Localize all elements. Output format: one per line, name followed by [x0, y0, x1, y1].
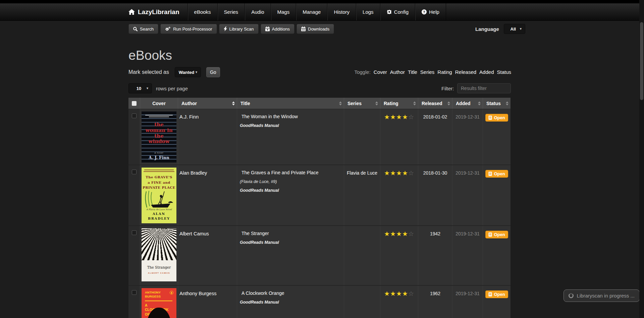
vertical-scrollbar[interactable]	[639, 0, 644, 318]
go-button[interactable]: Go	[206, 67, 220, 77]
toggle-released[interactable]: Released	[455, 69, 476, 75]
nav-item-config[interactable]: Config	[380, 3, 415, 20]
run-post-processor-button[interactable]: Run Post-Processor	[160, 24, 217, 34]
scrollbar-thumb[interactable]	[640, 22, 643, 100]
row-checkbox[interactable]	[132, 170, 137, 174]
chevron-down-icon: ▼	[519, 27, 522, 31]
toggle-author[interactable]: Author	[390, 69, 405, 75]
book-title-link[interactable]: A Clockwork Orange	[237, 290, 344, 296]
additions-button[interactable]: Additions	[261, 24, 294, 34]
author-link[interactable]: Anthony Burgess	[178, 291, 216, 296]
open-book-button[interactable]: Open	[485, 170, 508, 178]
toggle-added[interactable]: Added	[479, 69, 494, 75]
nav-item-history[interactable]: History	[327, 3, 356, 20]
author-link[interactable]: Alan Bradley	[178, 170, 207, 176]
row-checkbox[interactable]	[132, 113, 137, 118]
toast-message: Libraryscan in progress ...	[577, 293, 635, 299]
nav-label: Series	[224, 9, 238, 15]
nav-label: History	[334, 9, 350, 15]
author-link[interactable]: A.J. Finn	[178, 114, 199, 120]
cover-author-text: A. J. Finn	[142, 155, 176, 160]
book-title-link[interactable]: The Woman in the Window	[237, 114, 344, 119]
ebooks-table: Cover Author Title Series Rating Release…	[128, 98, 511, 318]
header-added[interactable]: Added	[452, 98, 483, 109]
series-link[interactable]: Flavia de Luce	[347, 170, 377, 176]
button-label: Library Scan	[229, 27, 254, 32]
book-cover-woman-in-the-window[interactable]: the woman in the window a novel A. J. Fi…	[142, 111, 176, 163]
toggle-series[interactable]: Series	[420, 69, 435, 75]
brand-lazylibrarian[interactable]: LazyLibrarian	[128, 3, 187, 20]
author-link[interactable]: Albert Camus	[178, 231, 209, 236]
row-checkbox[interactable]	[132, 230, 137, 235]
book-source: GoodReads Manual	[237, 188, 344, 193]
book-cover-graves-fine-private-place[interactable]: The GRAVE'S a FINE and PRIVATE PLACE A F…	[142, 168, 176, 223]
button-label: Run Post-Processor	[173, 27, 212, 32]
nav-label: Audio	[251, 9, 264, 15]
open-book-button[interactable]: Open	[485, 114, 508, 122]
library-scan-button[interactable]: Library Scan	[219, 24, 259, 34]
book-icon	[488, 116, 492, 120]
star-filled-icon: ★	[390, 170, 396, 177]
search-button[interactable]: Search	[128, 24, 158, 34]
row-checkbox[interactable]	[132, 290, 137, 295]
language-select[interactable]: All ▼	[504, 24, 525, 34]
downloads-button[interactable]: Downloads	[297, 24, 334, 34]
nav-item-mags[interactable]: Mags	[271, 3, 296, 20]
sort-icon	[506, 101, 508, 105]
header-rating[interactable]: Rating	[380, 98, 418, 109]
nav-item-logs[interactable]: Logs	[356, 3, 380, 20]
book-source: GoodReads Manual	[237, 123, 344, 128]
header-status[interactable]: Status	[483, 98, 511, 109]
open-book-button[interactable]: Open	[485, 231, 508, 238]
select-all-checkbox[interactable]	[132, 101, 137, 106]
nav-item-manage[interactable]: Manage	[296, 3, 327, 20]
sort-icon	[413, 101, 416, 105]
status-label: Open	[494, 292, 505, 297]
added-date: 2019-12-31	[455, 231, 480, 236]
mark-status-select[interactable]: Wanted ▼	[175, 67, 201, 77]
header-cover: Cover	[140, 98, 178, 109]
star-rating: ★★★★☆	[384, 113, 414, 121]
released-date: 2018-01-02	[423, 114, 447, 120]
calendar-icon	[301, 27, 306, 31]
header-author[interactable]: Author	[178, 98, 237, 109]
nav-item-audio[interactable]: Audio	[245, 3, 270, 20]
book-title-link[interactable]: The Stranger	[237, 231, 344, 236]
toggle-title[interactable]: Title	[408, 69, 417, 75]
nav-item-ebooks[interactable]: eBooks	[187, 3, 217, 20]
sort-icon	[339, 101, 342, 105]
sort-icon	[232, 101, 235, 105]
open-book-button[interactable]: Open	[485, 290, 508, 298]
gear-icon	[387, 9, 392, 14]
toggle-rating[interactable]: Rating	[437, 69, 452, 75]
rows-per-page-select[interactable]: 10 ▼	[128, 83, 152, 93]
sort-icon	[375, 101, 378, 105]
released-date: 2018-01-30	[423, 170, 447, 176]
book-series-note: (Flavia de Luce, #9)	[237, 179, 344, 184]
header-series[interactable]: Series	[344, 98, 380, 109]
header-released[interactable]: Released	[418, 98, 452, 109]
nav-item-series[interactable]: Series	[217, 3, 245, 20]
language-label: Language	[475, 26, 499, 32]
nav-label: Help	[429, 9, 439, 15]
star-filled-icon: ★	[390, 230, 396, 237]
chevron-down-icon: ▼	[146, 87, 149, 90]
book-cover-clockwork-orange[interactable]: ANTHONY BURGESS A CLOCKWORK ORANGE	[142, 288, 176, 318]
book-source: GoodReads Manual	[237, 300, 344, 305]
header-title[interactable]: Title	[237, 98, 344, 109]
button-label: Search	[140, 27, 154, 32]
calendar-plus-icon	[265, 27, 270, 31]
results-filter-input[interactable]	[457, 83, 511, 93]
book-icon	[488, 172, 492, 176]
book-title-link[interactable]: The Graves a Fine and Private Place	[237, 170, 344, 175]
star-filled-icon: ★	[384, 230, 390, 237]
toggle-status[interactable]: Status	[497, 69, 511, 75]
search-icon	[133, 27, 138, 31]
star-filled-icon: ★	[402, 230, 408, 237]
libraryscan-toast: Libraryscan in progress ...	[564, 289, 640, 302]
column-toggle-bar: Toggle: Cover Author Title Series Rating…	[354, 69, 511, 75]
nav-item-help[interactable]: ? Help	[415, 3, 446, 20]
toggle-cover[interactable]: Cover	[374, 69, 387, 75]
book-cover-the-stranger[interactable]: The Stranger ALBERT CAMUS	[142, 228, 176, 281]
star-rating: ★★★★☆	[384, 170, 414, 177]
